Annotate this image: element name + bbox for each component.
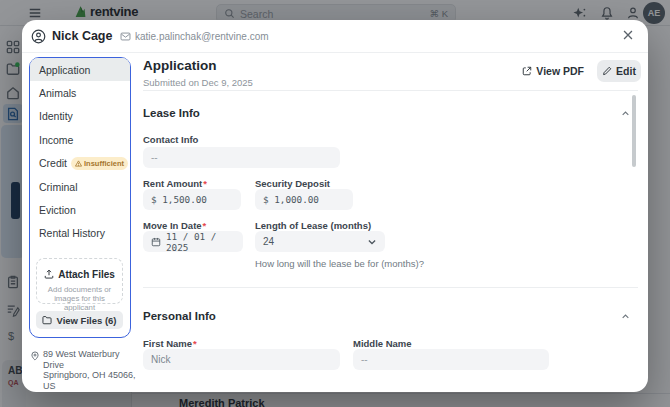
lease-length-helper: How long will the lease be for (months)? [255,258,424,269]
sidebar-item-label: Credit [39,157,67,169]
sidebar-item-credit[interactable]: Credit Insufficient [30,152,130,175]
insufficient-badge: Insufficient [71,157,128,170]
sidebar-item-animals[interactable]: Animals [30,81,130,104]
address-line-1: 89 West Waterbury Drive [43,349,138,370]
sidebar-item-label: Rental History [39,227,105,239]
sidebar-item-eviction[interactable]: Eviction [30,198,130,221]
sidebar-item-application[interactable]: Application [30,58,130,81]
modal-scrollbar[interactable] [632,95,636,167]
move-in-date-field[interactable]: 11 / 01 / 2025 [143,231,243,252]
sidebar-item-label: Eviction [39,204,76,216]
first-name-label: First Name* [143,338,197,349]
lease-info-heading: Lease Info [143,107,200,119]
lease-length-select[interactable]: 24 [255,231,385,252]
sidebar-item-rental-history[interactable]: Rental History [30,222,130,245]
collapse-chevron-icon[interactable] [621,109,630,118]
applicant-email[interactable]: katie.palinchak@rentvine.com [135,31,269,42]
lease-length-label: Length of Lease (months) [255,220,371,231]
submitted-date: Submitted on Dec 9, 2025 [143,77,253,88]
view-pdf-label: View PDF [536,65,584,77]
applicant-name: Nick Cage [52,29,112,43]
screen: rentvine Search ⌘ K AE $ AB [0,0,670,407]
security-deposit-label: Security Deposit [255,178,330,189]
edit-button[interactable]: Edit [597,60,641,82]
page-title: Application [143,58,217,73]
attach-files-dropzone[interactable]: Attach Files Add documents or images for… [36,258,123,304]
folder-icon [42,315,52,325]
collapse-chevron-icon[interactable] [621,312,630,321]
move-in-date-label: Move In Date* [143,220,206,231]
rent-amount-label: Rent Amount* [143,178,207,189]
view-pdf-button[interactable]: View PDF [522,65,584,77]
chevron-down-icon [367,237,377,247]
divider [143,287,638,288]
pencil-icon [602,66,612,76]
rent-amount-field[interactable]: $ 1,500.00 [143,189,241,210]
sidebar-item-label: Income [39,134,73,146]
security-deposit-field[interactable]: $ 1,000.00 [255,189,353,210]
edit-label: Edit [616,65,636,77]
required-marker: * [193,338,197,349]
warning-icon [75,160,82,167]
divider [143,90,638,91]
applicant-avatar-icon [31,29,46,44]
view-files-button[interactable]: View Files (6) [36,311,123,329]
attach-files-label: Attach Files [58,269,115,280]
contact-info-field[interactable]: -- [143,147,340,168]
calendar-icon [151,237,161,247]
required-marker: * [203,178,207,189]
sidebar-item-label: Identity [39,110,73,122]
first-name-field[interactable]: Nick [143,349,340,370]
modal-header: Nick Cage katie.palinchak@rentvine.com [22,20,648,53]
applicant-address: 89 West Waterbury Drive Springboro, OH 4… [43,349,138,391]
required-marker: * [203,220,207,231]
sidebar-item-label: Criminal [39,181,78,193]
middle-name-field[interactable]: -- [353,349,549,370]
attach-files-subtext: Add documents or images for this applica… [37,285,122,312]
view-files-label: View Files (6) [56,315,116,326]
sidebar-item-label: Animals [39,87,76,99]
address-line-2: Springboro, OH 45066, US [43,370,138,391]
sidebar-item-income[interactable]: Income [30,128,130,151]
email-icon [120,31,131,42]
insufficient-badge-label: Insufficient [84,159,124,168]
upload-icon [44,269,54,279]
close-icon[interactable] [621,28,635,42]
sidebar-item-identity[interactable]: Identity [30,105,130,128]
middle-name-label: Middle Name [353,338,412,349]
sidebar-item-criminal[interactable]: Criminal [30,175,130,198]
sidebar-item-label: Application [39,64,90,76]
external-link-icon [522,66,532,76]
personal-info-heading: Personal Info [143,310,216,322]
location-pin-icon [30,351,40,361]
modal-sidebar: Application Animals Identity Income Cred… [29,57,131,338]
contact-info-label: Contact Info [143,134,198,145]
applicant-modal: Nick Cage katie.palinchak@rentvine.com A… [22,20,648,392]
